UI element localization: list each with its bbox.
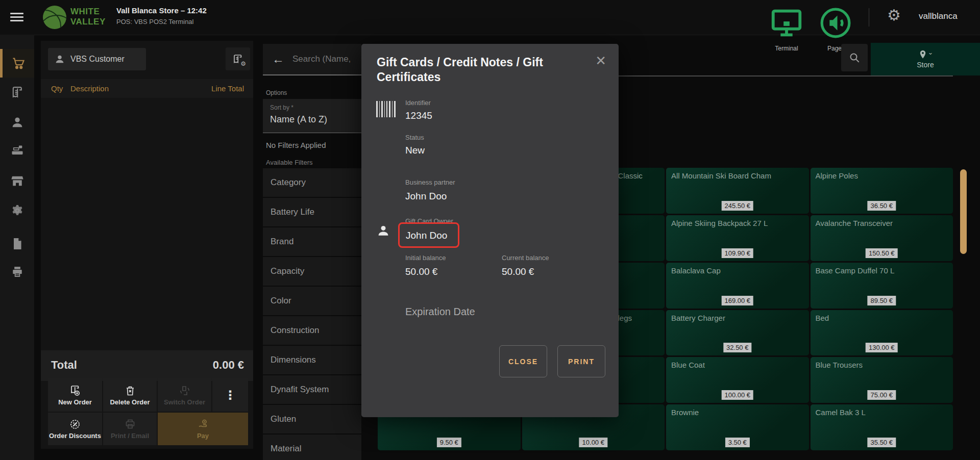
product-tile[interactable]: Avalanche Transceiver150.50 € [811,215,953,261]
filter-item[interactable]: Gluten [263,405,361,433]
product-tile[interactable]: Brownie3.50 € [666,404,809,450]
order-total-row: Total 0.00 € [41,350,253,381]
product-tile[interactable]: Alpine Skiing Backpack 27 L109.90 € [666,215,809,261]
nav-document-icon[interactable] [0,229,34,258]
filter-item[interactable]: Construction [263,316,361,345]
switch-order-icon [179,385,191,397]
ticket-properties-button[interactable]: ⚙ [226,47,250,70]
close-icon[interactable]: ✕ [595,53,606,69]
product-price: 109.90 € [721,248,753,258]
search-button[interactable] [841,44,868,71]
cart-icon [11,56,26,70]
product-price: 245.50 € [721,201,753,211]
filter-item[interactable]: Capacity [263,257,361,286]
product-name: Alpine Skiing Backpack 27 L [671,219,806,228]
print-button[interactable]: PRINT [557,345,605,377]
options-label: Options [266,89,287,96]
nav-cash-register-icon[interactable] [0,135,34,164]
available-filters-text: Available Filters [266,159,313,166]
product-name: Balaclava Cap [671,266,806,275]
browse-search-bar[interactable]: ← Search (Name, [263,44,361,75]
chevron-down-icon: ⌄ [928,48,934,56]
discount-icon [69,418,81,430]
nav-receipt-icon[interactable] [0,78,34,107]
store-name-time: Vall Blanca Store – 12:42 [116,6,207,15]
topbar-divider [869,8,869,27]
product-price: 35.50 € [868,438,896,447]
product-tile[interactable]: Blue Coat100.00 € [666,357,809,403]
gear-icon[interactable]: ⚙ [887,6,901,24]
customer-selector[interactable]: VBS Customer [48,48,146,70]
product-name: Blue Trousers [816,361,950,370]
nav-cart-icon[interactable] [0,49,34,78]
product-tile[interactable]: Bed130.00 € [811,310,953,356]
pos-terminal-name: POS: VBS POS2 Terminal [116,18,207,25]
product-price: 150.50 € [866,248,898,258]
pay-button[interactable]: Pay [158,413,248,445]
product-name: Blue Coat [671,361,806,370]
new-order-icon [69,385,81,397]
filter-item[interactable]: Color [263,287,361,315]
filter-item[interactable]: Dimensions [263,346,361,374]
product-tile[interactable]: Battery Charger32.50 € [666,310,809,356]
sort-by-value: Name (A to Z) [270,114,327,125]
delete-order-button[interactable]: Delete Order [103,378,157,412]
product-tile[interactable]: Camel Bak 3 L35.50 € [811,404,953,450]
back-arrow-icon[interactable]: ← [272,52,284,66]
switch-order-button[interactable]: Switch Order [158,378,211,412]
filter-item[interactable]: Dynafit System [263,375,361,404]
product-price: 10.00 € [579,438,607,447]
sort-by-select[interactable]: Sort by * Name (A to Z) [263,99,361,133]
nav-store-icon[interactable] [0,167,34,195]
product-tile[interactable]: All Mountain Ski Board Cham245.50 € [666,168,809,214]
order-discounts-button[interactable]: Order Discounts [48,413,102,445]
kebab-menu-icon: ⋮ [224,390,236,401]
product-price: 36.50 € [868,201,896,211]
no-filters-text: No Filters Applied [266,141,326,149]
menu-icon[interactable] [10,13,23,22]
terminal-monitor-icon [769,5,804,41]
gift-card-owner-highlight: John Doo [398,222,459,248]
identifier-value: 12345 [405,110,432,121]
store-icon [10,174,24,188]
grid-scrollbar-thumb[interactable] [960,169,967,254]
store-selector-button[interactable]: ⌄ Store [871,43,980,75]
total-value: 0.00 € [213,359,244,372]
gift-card-modal: Gift Cards / Credit Notes / Gift Certifi… [361,44,619,417]
business-partner-value: John Doo [405,191,447,202]
close-button[interactable]: CLOSE [499,345,547,377]
nav-settings-icon[interactable] [0,196,34,225]
delete-order-icon [124,385,136,397]
printer-icon [10,265,24,279]
terminal-button[interactable]: Terminal [769,5,804,52]
current-user: vallblanca [919,11,958,21]
product-price: 100.00 € [721,390,753,400]
product-tile[interactable]: Balaclava Cap169.00 € [666,263,809,309]
sort-by-label: Sort by * [270,104,293,111]
gift-card-owner-icon [376,223,391,239]
product-name: Brownie [671,408,806,417]
print-email-button[interactable]: Print / Email [103,413,157,445]
product-tile[interactable]: Blue Trousers75.00 € [811,357,953,403]
new-order-button[interactable]: New Order [48,378,102,412]
nav-customer-icon[interactable] [0,108,34,137]
filter-item[interactable]: Battery Life [263,198,361,226]
product-tile[interactable]: Alpine Poles36.50 € [811,168,953,214]
filter-item[interactable]: Material [263,435,361,460]
browse-search-placeholder: Search (Name, [292,54,351,64]
nav-printer-icon[interactable] [0,258,34,286]
product-tile[interactable]: Base Camp Duffel 70 L89.50 € [811,263,953,309]
settings-icon [10,203,24,218]
customer-name: VBS Customer [70,55,125,64]
status-value: New [405,145,425,156]
cash-register-icon [10,142,24,157]
more-actions-button[interactable]: ⋮ [212,378,248,412]
product-name: Bed [816,314,950,323]
product-name: Alpine Poles [816,171,950,181]
filter-item[interactable]: Brand [263,227,361,256]
pos-app: WHITEVALLEY Vall Blanca Store – 12:42 PO… [0,0,980,460]
current-balance-label: Current balance [502,254,549,262]
top-bar: WHITEVALLEY Vall Blanca Store – 12:42 PO… [0,0,980,35]
product-price: 89.50 € [868,296,896,305]
filter-item[interactable]: Category [263,168,361,197]
